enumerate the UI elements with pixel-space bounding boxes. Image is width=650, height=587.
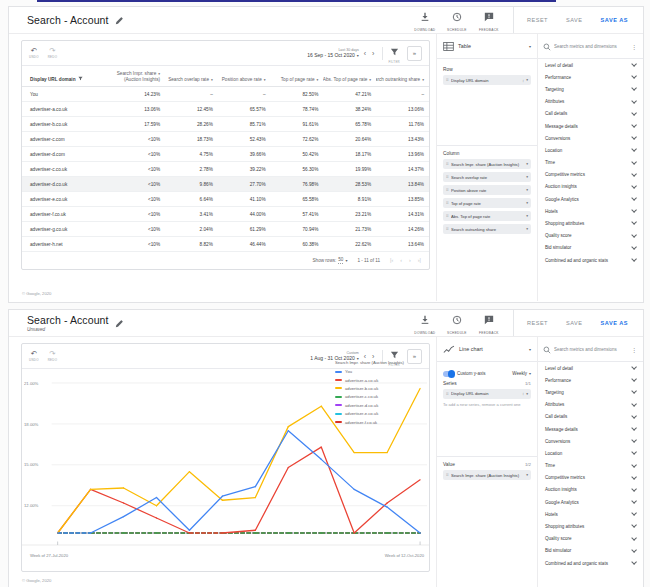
sidebar-item-bid-simulator[interactable]: Bid simulator [538, 545, 643, 557]
sidebar-item-level-of-detail[interactable]: Level of detail [538, 362, 643, 374]
prev-page-button[interactable]: ‹ [400, 257, 402, 263]
sidebar-item-google-analytics[interactable]: Google Analytics [538, 193, 643, 205]
reset-button[interactable]: RESET [518, 316, 557, 330]
sidebar-item-time[interactable]: Time [538, 157, 643, 169]
undo-button[interactable]: ↶UNDO [29, 350, 39, 362]
table-row[interactable]: advertiser-c.co.uk<10%2.78%39.22%56.30%1… [22, 162, 429, 177]
chip-dropdown-icon[interactable]: ▾ [526, 78, 528, 82]
sidebar-item-google-analytics[interactable]: Google Analytics [538, 496, 643, 508]
date-next-button[interactable]: › [369, 353, 377, 360]
sidebar-item-shopping-attributes[interactable]: Shopping attributes [538, 520, 643, 532]
sidebar-item-attributes[interactable]: Attributes [538, 399, 643, 411]
sidebar-item-conversions[interactable]: Conversions [538, 435, 643, 447]
sort-asc-icon[interactable]: ↑ [522, 391, 524, 396]
sidebar-item-combined-ad-and-organic-stats[interactable]: Combined ad and organic stats [538, 254, 643, 266]
show-rows-select[interactable]: Show rows: 50 ▾ [313, 257, 348, 264]
column-header[interactable]: Position above rate▾ [218, 66, 271, 87]
table-row[interactable]: advertiser-g.co.uk<10%2.04%61.29%70.94%2… [22, 222, 429, 237]
table-row[interactable]: advertiser-d.co.uk<10%9.86%27.70%76.98%2… [22, 177, 429, 192]
save-button[interactable]: SAVE [557, 316, 592, 330]
column-header[interactable]: Display URL domain [22, 66, 112, 87]
chip-dropdown-icon[interactable]: ▾ [526, 214, 528, 218]
redo-button[interactable]: ↷REDO [48, 350, 58, 362]
schedule-button[interactable]: SCHEDULE [441, 8, 473, 32]
view-type-select[interactable]: Line chart ▾ [437, 337, 537, 362]
dimension-chip[interactable]: ⠿Position above rate▾ [443, 185, 531, 195]
next-page-button[interactable]: › [409, 257, 411, 263]
sidebar-item-auction-insights[interactable]: Auction insights [538, 484, 643, 496]
sidebar-item-shopping-attributes[interactable]: Shopping attributes [538, 217, 643, 229]
redo-button[interactable]: ↷REDO [48, 47, 58, 59]
column-dropdown-icon[interactable]: ▾ [158, 72, 160, 76]
table-row[interactable]: advertiser-e.co.uk<10%6.64%41.10%65.58%8… [22, 192, 429, 207]
chip-dropdown-icon[interactable]: ▾ [526, 201, 528, 205]
sidebar-item-targeting[interactable]: Targeting [538, 386, 643, 398]
dimension-chip[interactable]: ⠿Search outranking share▾ [443, 224, 531, 234]
legend-item[interactable]: advertiser-d.co.uk [335, 401, 421, 409]
column-header[interactable]: Top of page rate▾ [271, 66, 324, 87]
sidebar-item-performance[interactable]: Performance [538, 374, 643, 386]
legend-item[interactable]: advertiser-a.co.uk [335, 376, 421, 384]
drag-handle-icon[interactable]: ⠿ [446, 78, 449, 82]
save-as-button[interactable]: SAVE AS [592, 13, 637, 27]
dimension-chip[interactable]: ⠿Display URL domain↑▾ [443, 389, 531, 399]
table-row[interactable]: advertiser-f.co.uk<10%3.41%44.00%57.41%2… [22, 207, 429, 222]
sidebar-item-conversions[interactable]: Conversions [538, 132, 643, 144]
date-next-button[interactable]: › [369, 50, 377, 57]
drag-handle-icon[interactable]: ⠿ [446, 162, 449, 166]
collapse-panel-button[interactable]: » [407, 46, 422, 61]
table-row[interactable]: advertiser-d.com<10%4.75%39.66%50.42%18.… [22, 147, 429, 162]
kebab-menu-icon[interactable]: ⋮ [630, 346, 638, 353]
dimension-chip[interactable]: ⠿Search Impr. share (Auction Insights)▾ [443, 470, 531, 480]
chip-dropdown-icon[interactable]: ▾ [526, 392, 528, 396]
sidebar-item-hotels[interactable]: Hotels [538, 508, 643, 520]
column-header[interactable]: Abs. Top of page rate▾ [323, 66, 376, 87]
sidebar-item-message-details[interactable]: Message details [538, 120, 643, 132]
legend-item[interactable]: advertiser-c.co.uk [335, 393, 421, 401]
sidebar-item-quality-score[interactable]: Quality score [538, 533, 643, 545]
custom-y-axis-toggle[interactable] [443, 371, 454, 377]
date-prev-button[interactable]: ‹ [361, 50, 369, 57]
dimension-chip[interactable]: ⠿Search Impr. share (Auction Insights)▾ [443, 159, 531, 169]
column-dropdown-icon[interactable]: ▾ [369, 78, 371, 82]
last-page-button[interactable]: ›| [418, 257, 421, 263]
table-row[interactable]: advertiser-b.co.uk17.59%28.26%85.71%91.6… [22, 117, 429, 132]
sidebar-item-auction-insights[interactable]: Auction insights [538, 181, 643, 193]
sidebar-item-hotels[interactable]: Hotels [538, 205, 643, 217]
undo-button[interactable]: ↶UNDO [29, 47, 39, 59]
kebab-menu-icon[interactable]: ⋮ [630, 43, 638, 50]
dimension-chip[interactable]: ⠿Abs. Top of page rate▾ [443, 211, 531, 221]
filter-button[interactable]: FILTER [388, 42, 400, 65]
dimension-chip[interactable]: ⠿Top of page rate▾ [443, 198, 531, 208]
legend-item[interactable]: advertiser-f.co.uk [335, 418, 421, 426]
sidebar-item-message-details[interactable]: Message details [538, 423, 643, 435]
sidebar-item-location[interactable]: Location [538, 447, 643, 459]
metrics-search[interactable]: Search metrics and dimensions ⋮ [538, 34, 643, 59]
legend-item[interactable]: advertiser-e.co.uk [335, 409, 421, 417]
sidebar-item-level-of-detail[interactable]: Level of detail [538, 59, 643, 71]
table-row[interactable]: advertiser-a.co.uk13.06%12.45%65.57%78.7… [22, 102, 429, 117]
view-type-select[interactable]: Table ▾ [437, 34, 537, 59]
sidebar-item-location[interactable]: Location [538, 144, 643, 156]
table-row[interactable]: advertiser-h.net<10%8.82%46.44%60.38%22.… [22, 237, 429, 252]
drag-handle-icon[interactable]: ⠿ [446, 201, 449, 205]
chip-dropdown-icon[interactable]: ▾ [526, 227, 528, 231]
sidebar-item-time[interactable]: Time [538, 460, 643, 472]
sidebar-item-performance[interactable]: Performance [538, 71, 643, 83]
interval-select[interactable]: Weekly▾ [512, 371, 531, 376]
first-page-button[interactable]: |‹ [390, 257, 393, 263]
drag-handle-icon[interactable]: ⠿ [446, 214, 449, 218]
column-dropdown-icon[interactable]: ▾ [422, 78, 424, 82]
schedule-button[interactable]: SCHEDULE [441, 311, 473, 335]
download-button[interactable]: DOWNLOAD [409, 311, 441, 335]
metrics-search[interactable]: Search metrics and dimensions ⋮ [538, 337, 643, 362]
drag-handle-icon[interactable]: ⠿ [446, 175, 449, 179]
sidebar-item-attributes[interactable]: Attributes [538, 96, 643, 108]
edit-title-icon[interactable] [115, 11, 123, 29]
edit-title-icon[interactable] [115, 314, 123, 332]
date-range-picker[interactable]: Last 30 days 16 Sep - 15 Oct 2020▾ [307, 48, 359, 58]
download-button[interactable]: DOWNLOAD [409, 8, 441, 32]
sidebar-item-bid-simulator[interactable]: Bid simulator [538, 242, 643, 254]
sidebar-item-call-details[interactable]: Call details [538, 108, 643, 120]
chip-dropdown-icon[interactable]: ▾ [526, 162, 528, 166]
